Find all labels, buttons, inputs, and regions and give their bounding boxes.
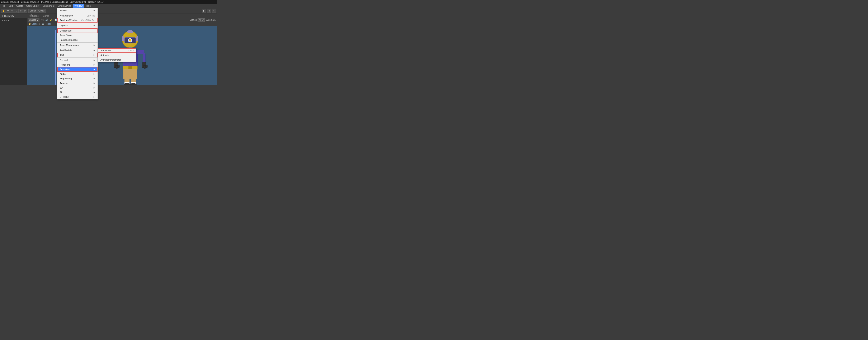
submenu-animation-label: Animation bbox=[100, 49, 111, 52]
scenes-icon: 📁 bbox=[28, 23, 31, 25]
title-text: 2d-game-maynooth - 2d-game-maynooth - PC… bbox=[1, 1, 104, 3]
scene-tabs: 🎬 Scene Game bbox=[27, 14, 217, 18]
tool-transform[interactable]: ⊕ bbox=[23, 9, 27, 13]
layouts-arrow: ▶ bbox=[94, 25, 95, 27]
textmeshpro-label: TextMeshPro bbox=[60, 49, 73, 52]
svg-rect-35 bbox=[144, 66, 146, 68]
title-bar: 2d-game-maynooth - 2d-game-maynooth - PC… bbox=[0, 0, 217, 4]
menu-edit[interactable]: Edit bbox=[7, 4, 14, 8]
menu-asset-management[interactable]: Asset Management ▶ bbox=[57, 43, 97, 48]
menu-previous-window[interactable]: Previous Window Ctrl+Shift+ Tab bbox=[57, 18, 97, 23]
tool-hand[interactable]: ✋ bbox=[1, 9, 6, 13]
divider-1 bbox=[57, 13, 97, 13]
pause-button[interactable]: ⏸ bbox=[207, 9, 211, 13]
hierarchy-panel: + Hierarchy ▶ Robot bbox=[0, 14, 27, 85]
submenu-animator-parameter[interactable]: Animator Parameter bbox=[98, 57, 136, 62]
divider-5 bbox=[57, 48, 97, 48]
menu-audio[interactable]: Audio ▶ bbox=[57, 72, 97, 76]
rendering-arrow: ▶ bbox=[94, 64, 95, 66]
collaborate-label: Collaborate bbox=[60, 29, 71, 32]
package-manager-label: Package Manager bbox=[60, 39, 78, 41]
menu-bar: File Edit Assets GameObject Component Ci… bbox=[0, 4, 217, 8]
tab-scene-label: Scene bbox=[32, 14, 39, 17]
menu-help[interactable]: Help bbox=[84, 4, 93, 8]
svg-rect-36 bbox=[146, 65, 148, 68]
toolbar: ✋ ✥ ↻ ⤡ ▭ ⊕ Center Global ▶ ⏸ ⏭ bbox=[0, 8, 217, 14]
menu-sequencing[interactable]: Sequencing ▶ bbox=[57, 76, 97, 81]
step-button[interactable]: ⏭ bbox=[212, 9, 216, 13]
asset-management-arrow: ▶ bbox=[94, 44, 95, 46]
audio-toggle[interactable]: 🔊 bbox=[45, 19, 49, 21]
text-label: Text bbox=[60, 54, 64, 56]
panels-label: Panels bbox=[60, 9, 67, 12]
2d-toggle[interactable]: 2D bbox=[40, 19, 44, 21]
sequencing-arrow: ▶ bbox=[94, 78, 95, 80]
menu-next-window[interactable]: Next Window Ctrl+ Tab bbox=[57, 13, 97, 18]
svg-rect-38 bbox=[136, 36, 138, 41]
pivot-button[interactable]: Center bbox=[28, 9, 37, 13]
asset-management-label: Asset Management bbox=[60, 44, 80, 47]
audio-arrow: ▶ bbox=[94, 73, 95, 75]
divider-6 bbox=[57, 57, 97, 58]
menu-textmeshpro[interactable]: TextMeshPro ▶ bbox=[57, 48, 97, 53]
breadcrumb-scenes[interactable]: Scenes bbox=[32, 23, 38, 25]
layouts-label: Layouts bbox=[60, 24, 68, 27]
tool-move[interactable]: ✥ bbox=[6, 9, 10, 13]
breadcrumb-robot[interactable]: Robot bbox=[45, 23, 51, 25]
menu-package-manager[interactable]: Package Manager bbox=[57, 38, 97, 42]
global-button[interactable]: Global bbox=[37, 9, 46, 13]
window-dropdown-menu: Panels ▶ Next Window Ctrl+ Tab Previous … bbox=[57, 8, 98, 85]
menu-rendering[interactable]: Rendering ▶ bbox=[57, 62, 97, 67]
hierarchy-add-button[interactable]: + bbox=[1, 14, 4, 18]
tool-rect[interactable]: ▭ bbox=[19, 9, 23, 13]
tab-game-label: Game bbox=[43, 14, 49, 17]
breadcrumb: 📁 Scenes ▶ 🤖 Robot bbox=[27, 22, 217, 26]
menu-component[interactable]: Component bbox=[41, 4, 56, 8]
menu-animation[interactable]: Animation ▶ bbox=[57, 67, 97, 72]
svg-rect-29 bbox=[116, 66, 118, 68]
animation-arrow: ▶ bbox=[94, 68, 95, 70]
menu-gameobject[interactable]: GameObject bbox=[25, 4, 41, 8]
rendering-label: Rendering bbox=[60, 63, 70, 66]
menu-assets[interactable]: Assets bbox=[14, 4, 25, 8]
play-button[interactable]: ▶ bbox=[202, 9, 206, 13]
svg-rect-37 bbox=[122, 36, 124, 41]
hierarchy-content: ▶ Robot bbox=[0, 18, 27, 85]
shaded-dropdown[interactable]: Shaded bbox=[28, 19, 39, 22]
hierarchy-header: + Hierarchy bbox=[0, 14, 27, 18]
tool-scale[interactable]: ⤡ bbox=[14, 9, 19, 13]
menu-cinemachine[interactable]: Cinemachine bbox=[56, 4, 73, 8]
tool-rotate[interactable]: ↻ bbox=[10, 9, 14, 13]
menu-text[interactable]: Text ▶ bbox=[57, 53, 97, 57]
menu-layouts[interactable]: Layouts ▶ bbox=[57, 23, 97, 28]
hierarchy-robot-label: Robot bbox=[4, 19, 10, 22]
submenu-animation[interactable]: Animation Ctrl+6 bbox=[98, 48, 136, 53]
robot-icon: 🤖 bbox=[42, 23, 44, 25]
svg-point-3 bbox=[129, 39, 131, 41]
submenu-animator[interactable]: Animator bbox=[98, 53, 136, 57]
hierarchy-item-robot[interactable]: ▶ Robot bbox=[1, 19, 26, 22]
asset-store-label: Asset Store bbox=[60, 34, 72, 36]
gizmos-dropdown[interactable]: All bbox=[197, 19, 205, 22]
menu-general[interactable]: General ▶ bbox=[57, 58, 97, 62]
tab-game[interactable]: Game bbox=[41, 14, 51, 18]
fx-toggle[interactable]: ✨ bbox=[50, 19, 53, 21]
menu-panels[interactable]: Panels ▶ bbox=[57, 8, 97, 13]
next-window-shortcut: Ctrl+ Tab bbox=[87, 14, 95, 17]
text-arrow: ▶ bbox=[94, 54, 95, 56]
menu-analysis[interactable]: Analysis ▶ bbox=[57, 81, 97, 85]
menu-file[interactable]: File bbox=[0, 4, 7, 8]
menu-asset-store[interactable]: Asset Store bbox=[57, 33, 97, 38]
textmeshpro-arrow: ▶ bbox=[94, 49, 95, 51]
general-arrow: ▶ bbox=[94, 59, 95, 61]
previous-window-shortcut: Ctrl+Shift+ Tab bbox=[81, 19, 95, 22]
menu-window[interactable]: Window bbox=[73, 4, 84, 8]
svg-rect-30 bbox=[118, 65, 120, 68]
submenu-animator-param-label: Animator Parameter bbox=[100, 59, 121, 61]
scene-toolbar: Shaded 2D 🔊 ✨ 📊 Gizmos All Auto Sav... bbox=[27, 18, 217, 22]
divider-3 bbox=[57, 28, 97, 28]
tab-scene[interactable]: 🎬 Scene bbox=[27, 14, 41, 18]
analysis-label: Analysis bbox=[60, 82, 68, 84]
menu-collaborate[interactable]: Collaborate bbox=[57, 28, 97, 33]
general-label: General bbox=[60, 59, 68, 61]
